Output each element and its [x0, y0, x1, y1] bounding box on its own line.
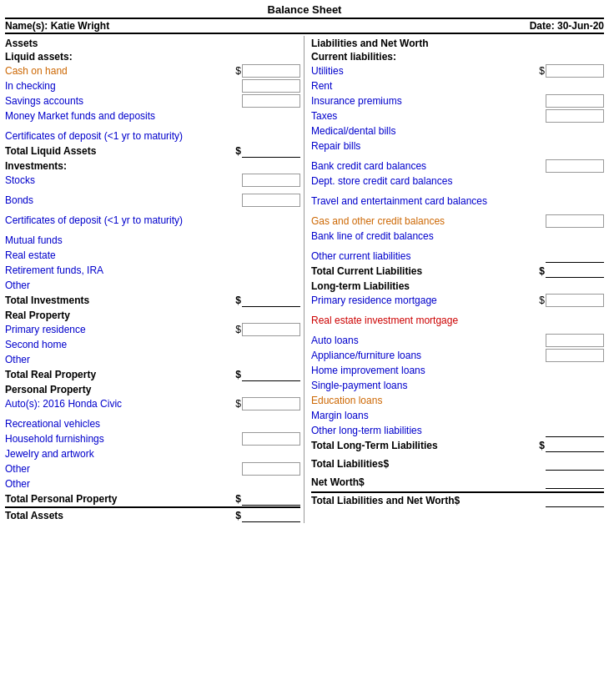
total-assets-label: Total Assets: [5, 510, 235, 521]
list-item: Insurance premiums: [311, 93, 604, 108]
savings-accounts-input[interactable]: [242, 94, 300, 108]
total-liquid-input[interactable]: [242, 144, 300, 158]
list-item: Retirement funds, IRA: [5, 263, 300, 278]
travel-label: Travel and entertainment card balances: [311, 195, 604, 207]
auto-loans-input[interactable]: [546, 334, 604, 347]
insurance-label: Insurance premiums: [311, 95, 546, 107]
liquid-header: Liquid assets:: [5, 51, 300, 63]
total-real-input[interactable]: [242, 368, 300, 381]
list-item: In checking: [5, 78, 300, 93]
total-liabilities-net-input[interactable]: [546, 494, 604, 507]
total-investments-label: Total Investments: [5, 295, 235, 306]
list-item: Home improvement loans: [311, 363, 604, 378]
household-input[interactable]: [242, 432, 300, 446]
auto-input[interactable]: [242, 397, 300, 410]
total-personal-input[interactable]: [242, 492, 300, 506]
household-label: Household furnishings: [5, 433, 242, 445]
gas-input[interactable]: [546, 214, 604, 228]
primary-residence-input[interactable]: [242, 323, 300, 336]
total-liabilities-input[interactable]: [546, 457, 604, 471]
other-real-label: Other: [5, 354, 300, 365]
other-longterm-label: Other long-term liabilities: [311, 425, 546, 436]
jewelry-label: Jewelry and artwork: [5, 448, 300, 460]
total-current-row: Total Current Liabilities $: [311, 264, 604, 279]
medical-label: Medical/dental bills: [311, 125, 604, 137]
bonds-input[interactable]: [242, 194, 300, 207]
liabilities-column: Liabilities and Net Worth Current liabil…: [304, 36, 604, 523]
list-item: Other long-term liabilities: [311, 423, 604, 438]
retirement-label: Retirement funds, IRA: [5, 264, 300, 276]
utilities-input[interactable]: [546, 64, 604, 78]
other-personal1-label: Other: [5, 463, 242, 475]
total-investments-input[interactable]: [242, 294, 300, 307]
education-label: Education loans: [311, 395, 604, 406]
list-item: Gas and other credit balances: [311, 214, 604, 229]
cert-deposit-inv-label: Certificates of deposit (<1 yr to maturi…: [5, 214, 300, 226]
appliance-label: Appliance/furniture loans: [311, 350, 546, 361]
other-current-label: Other current liabilities: [311, 250, 546, 262]
personal-property-header: Personal Property: [5, 384, 300, 395]
bank-credit-input[interactable]: [546, 159, 604, 173]
total-longterm-label: Total Long-Term Liabilities: [311, 440, 539, 451]
stocks-input[interactable]: [242, 174, 300, 187]
single-payment-label: Single-payment loans: [311, 380, 604, 391]
list-item: Recreational vehicles: [5, 416, 300, 431]
cash-on-hand-input[interactable]: [242, 64, 300, 78]
total-longterm-input[interactable]: [546, 439, 604, 452]
utilities-label: Utilities: [311, 65, 539, 77]
other-longterm-input[interactable]: [546, 424, 604, 437]
other-inv-label: Other: [5, 279, 300, 291]
list-item: Other: [5, 461, 300, 476]
total-investments-row: Total Investments $: [5, 293, 300, 308]
margin-label: Margin loans: [311, 410, 604, 421]
list-item: Stocks: [5, 173, 300, 188]
list-item: Repair bills: [311, 138, 604, 154]
total-longterm-row: Total Long-Term Liabilities $: [311, 438, 604, 453]
net-worth-label: Net Worth$: [311, 476, 546, 488]
list-item: Other: [5, 278, 300, 293]
bank-credit-label: Bank credit card balances: [311, 160, 546, 172]
other-personal1-input[interactable]: [242, 462, 300, 476]
list-item: Single-payment loans: [311, 378, 604, 393]
mutual-funds-label: Mutual funds: [5, 234, 300, 246]
other-current-input[interactable]: [546, 249, 604, 263]
primary-mortgage-input[interactable]: [546, 294, 604, 307]
list-item: Household furnishings: [5, 431, 300, 446]
in-checking-label: In checking: [5, 80, 242, 92]
assets-header: Assets: [5, 38, 300, 49]
taxes-label: Taxes: [311, 110, 546, 122]
gas-label: Gas and other credit balances: [311, 215, 546, 227]
page-title: Balance Sheet: [5, 3, 604, 16]
current-liabilities-header: Current liabilities:: [311, 51, 604, 63]
name-label: Name(s): Katie Wright: [5, 20, 109, 32]
bank-line-label: Bank line of credit balances: [311, 230, 604, 242]
list-item: Second home: [5, 337, 300, 352]
primary-residence-label: Primary residence: [5, 324, 235, 335]
primary-mortgage-label: Primary residence mortgage: [311, 295, 539, 306]
total-liquid-label: Total Liquid Assets: [5, 145, 235, 157]
total-real-label: Total Real Property: [5, 369, 235, 380]
total-current-input[interactable]: [546, 264, 604, 278]
list-item: Money Market funds and deposits: [5, 108, 300, 123]
list-item: Other: [5, 476, 300, 491]
list-item: Auto(s): 2016 Honda Civic $: [5, 396, 300, 411]
total-assets-input[interactable]: [242, 509, 300, 522]
net-worth-input[interactable]: [546, 476, 604, 489]
total-liabilities-net-label: Total Liabilities and Net Worth$: [311, 495, 546, 506]
list-item: Medical/dental bills: [311, 123, 604, 138]
investments-header: Investments:: [5, 160, 300, 172]
taxes-input[interactable]: [546, 109, 604, 123]
insurance-input[interactable]: [546, 94, 604, 108]
in-checking-input[interactable]: [242, 79, 300, 93]
real-property-header: Real Property: [5, 310, 300, 321]
appliance-input[interactable]: [546, 349, 604, 362]
total-liquid-row: Total Liquid Assets $: [5, 144, 300, 159]
stocks-label: Stocks: [5, 174, 242, 186]
total-personal-label: Total Personal Property: [5, 493, 235, 505]
list-item: Auto loans: [311, 333, 604, 348]
liabilities-header: Liabilities and Net Worth: [311, 38, 604, 49]
assets-column: Assets Liquid assets: Cash on hand $ In …: [5, 36, 304, 523]
money-market-label: Money Market funds and deposits: [5, 110, 300, 122]
list-item: Taxes: [311, 108, 604, 123]
list-item: Cash on hand $: [5, 63, 300, 78]
